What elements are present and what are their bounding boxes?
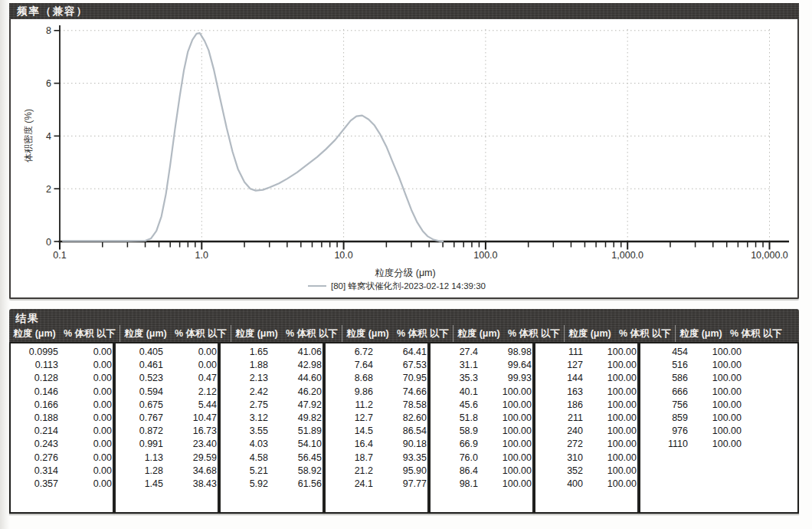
table-cell-size: 0.276 <box>11 452 58 465</box>
table-cell-percent-below: 86.54 <box>373 425 427 438</box>
table-cell-size: 352 <box>535 465 583 478</box>
table-cell-size: 0.0995 <box>11 346 58 359</box>
table-row: 6.7264.41 <box>326 346 427 359</box>
table-cell-percent-below: 34.68 <box>163 465 217 478</box>
table-cell-percent-below: 99.64 <box>478 359 532 372</box>
table-row: 8.6870.95 <box>326 372 427 385</box>
table-cell-size: 0.991 <box>116 438 163 451</box>
table-row: 1.8842.98 <box>221 359 323 372</box>
table-cell-percent-below: 78.58 <box>373 399 427 412</box>
table-row: 240100.00 <box>535 425 637 438</box>
table-cell-percent-below: 100.00 <box>583 452 637 465</box>
table-row: 1.4538.43 <box>116 478 218 491</box>
table-row: 0.5230.47 <box>116 372 218 385</box>
table-cell-percent-below: 0.00 <box>58 346 112 359</box>
column-header-size: 粒度 (μm) <box>453 327 504 340</box>
table-row: 76.0100.00 <box>431 452 532 465</box>
table-cell-size: 3.55 <box>221 425 268 438</box>
table-row: 98.1100.00 <box>431 478 532 491</box>
results-column-headers: 粒度 (μm)% 体积 以下粒度 (μm)% 体积 以下粒度 (μm)% 体积 … <box>9 325 799 342</box>
x-tick-label: 1,000.0 <box>611 250 643 261</box>
x-axis-title: 粒度分级 (μm) <box>375 268 435 278</box>
table-row: 111100.00 <box>535 346 637 359</box>
column-header-percent-below: % 体积 以下 <box>726 327 786 340</box>
table-row: 14.586.54 <box>326 425 427 438</box>
table-row: 211100.00 <box>535 412 637 425</box>
table-row: 12.782.60 <box>326 412 427 425</box>
table-cell-size: 58.9 <box>431 425 478 438</box>
table-row: 3.5551.89 <box>221 425 323 438</box>
table-cell-percent-below: 61.56 <box>268 478 322 491</box>
table-cell-size: 2.42 <box>221 386 268 399</box>
table-cell-percent-below: 0.00 <box>163 359 217 372</box>
table-cell-size: 6.72 <box>326 346 373 359</box>
column-header-size: 粒度 (μm) <box>231 327 282 340</box>
results-head-group: 粒度 (μm)% 体积 以下 <box>342 325 453 342</box>
column-header-percent-below: % 体积 以下 <box>60 327 120 340</box>
results-head-group: 粒度 (μm)% 体积 以下 <box>564 325 675 342</box>
table-cell-percent-below: 0.00 <box>58 412 112 425</box>
table-cell-size: 756 <box>640 399 688 412</box>
results-table-group: 0.4050.000.4610.000.5230.470.5942.120.67… <box>114 342 219 514</box>
table-cell-percent-below: 51.89 <box>268 425 322 438</box>
table-row: 3.1249.82 <box>221 412 323 425</box>
table-row: 666100.00 <box>640 386 797 399</box>
column-header-percent-below: % 体积 以下 <box>393 327 453 340</box>
column-header-percent-below: % 体积 以下 <box>282 327 342 340</box>
column-header-size: 粒度 (μm) <box>120 327 171 340</box>
table-row: 186100.00 <box>535 399 637 412</box>
table-row: 859100.00 <box>640 412 797 425</box>
table-cell-size: 586 <box>640 372 688 385</box>
table-cell-percent-below: 100.00 <box>583 399 637 412</box>
table-cell-percent-below: 100.00 <box>478 478 532 491</box>
table-cell-size: 240 <box>535 425 583 438</box>
table-cell-percent-below: 99.93 <box>478 372 532 385</box>
results-table-group: 454100.00516100.00586100.00666100.007561… <box>639 342 799 514</box>
y-axis-title: 体积密度 (%) <box>23 109 34 163</box>
table-cell-percent-below: 46.20 <box>268 386 322 399</box>
table-cell-percent-below: 0.00 <box>58 372 112 385</box>
table-cell-percent-below: 100.00 <box>583 372 637 385</box>
table-cell-percent-below: 100.00 <box>688 425 742 438</box>
y-tick-label: 0 <box>46 237 51 248</box>
table-cell-percent-below: 16.73 <box>163 425 217 438</box>
table-cell-percent-below: 0.00 <box>58 359 112 372</box>
table-row: 27.498.98 <box>431 346 532 359</box>
results-table-group: 111100.00127100.00144100.00163100.001861… <box>534 342 639 514</box>
table-cell-size: 0.357 <box>11 478 58 491</box>
table-row: 0.99123.40 <box>116 438 218 451</box>
results-table-group: 6.7264.417.6467.538.6870.959.8674.6611.2… <box>324 342 429 514</box>
table-cell-size: 7.64 <box>326 359 373 372</box>
table-cell-percent-below: 100.00 <box>478 412 532 425</box>
results-head-group: 粒度 (μm)% 体积 以下 <box>453 325 564 342</box>
table-cell-size: 2.75 <box>221 399 268 412</box>
table-cell-size: 127 <box>535 359 583 372</box>
table-cell-size: 272 <box>535 438 583 451</box>
table-row: 144100.00 <box>535 372 637 385</box>
table-row: 976100.00 <box>640 425 797 438</box>
table-cell-percent-below: 0.00 <box>58 386 112 399</box>
table-cell-size: 51.8 <box>431 412 478 425</box>
column-header-size: 粒度 (μm) <box>342 327 393 340</box>
column-header-percent-below: % 体积 以下 <box>171 327 231 340</box>
table-row: 756100.00 <box>640 399 797 412</box>
table-row: 21.295.90 <box>326 465 427 478</box>
table-cell-percent-below: 98.98 <box>478 346 532 359</box>
table-cell-size: 18.7 <box>326 452 373 465</box>
table-row: 1.6541.06 <box>221 346 323 359</box>
y-tick-label: 8 <box>46 25 51 36</box>
table-cell-percent-below: 100.00 <box>583 425 637 438</box>
chart-panel-title: 频率（兼容） <box>17 5 88 17</box>
table-row: 1.1329.59 <box>116 452 218 465</box>
table-cell-size: 0.872 <box>116 425 163 438</box>
table-cell-percent-below: 100.00 <box>478 399 532 412</box>
table-cell-size: 1.13 <box>116 452 163 465</box>
table-cell-size: 9.86 <box>326 386 373 399</box>
table-cell-size: 8.68 <box>326 372 373 385</box>
table-cell-size: 12.7 <box>326 412 373 425</box>
table-cell-percent-below: 47.92 <box>268 399 322 412</box>
table-row: 0.76710.47 <box>116 412 218 425</box>
table-cell-size: 163 <box>535 386 583 399</box>
table-row: 35.399.93 <box>431 372 532 385</box>
table-row: 0.2430.00 <box>11 438 113 451</box>
